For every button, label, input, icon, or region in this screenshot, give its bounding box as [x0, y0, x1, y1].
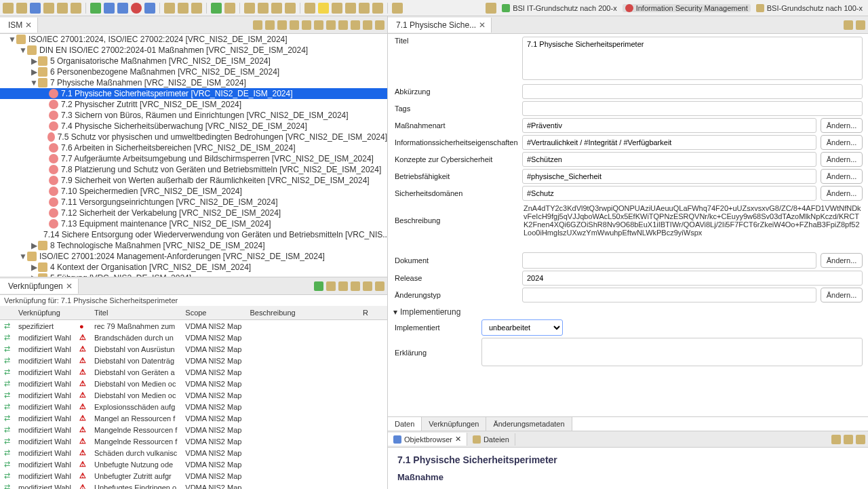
- table-row[interactable]: ⇄modifiziert Wahl⚠Mangel an Ressourcen f…: [0, 412, 387, 424]
- tab-aenderungsmetadaten[interactable]: Änderungsmetadaten: [486, 417, 572, 431]
- tree-view[interactable]: ▼ISO/IEC 27001:2024, ISO/IEC 27002:2024 …: [0, 34, 387, 277]
- tab-objektbrowser[interactable]: Objektbrowser ✕: [388, 433, 467, 446]
- col-header[interactable]: [0, 306, 14, 320]
- table-row[interactable]: ⇄modifiziert Wahl⚠Mangelnde Ressourcen f…: [0, 435, 387, 447]
- expand-icon[interactable]: ▼: [8, 35, 16, 44]
- table-row[interactable]: ⇄modifiziert Wahl⚠Diebstahl von Ausrüstu…: [0, 343, 387, 355]
- toolbar-icon[interactable]: [285, 3, 296, 14]
- toolbar-icon[interactable]: [3, 3, 14, 14]
- toolbar-icon[interactable]: [831, 435, 841, 444]
- input-rel[interactable]: [522, 271, 863, 286]
- tab-dateien[interactable]: Dateien: [467, 433, 515, 446]
- save-icon[interactable]: [30, 3, 41, 14]
- tree-node[interactable]: 7.8 Platzierung und Schutz von Geräten u…: [0, 164, 387, 175]
- minimize-icon[interactable]: [363, 281, 372, 291]
- toolbar-icon[interactable]: [277, 20, 287, 30]
- expand-icon[interactable]: ▼: [19, 252, 27, 261]
- toolbar-icon[interactable]: [117, 3, 128, 14]
- tree-node[interactable]: 7.6 Arbeiten in Sicherheitsbereichen [VR…: [0, 142, 387, 153]
- toolbar-icon[interactable]: [351, 281, 360, 291]
- search-icon[interactable]: [372, 3, 383, 14]
- toolbar-icon[interactable]: [338, 20, 348, 30]
- tree-node[interactable]: 7.3 Sichern von Büros, Räumen und Einric…: [0, 110, 387, 121]
- tree-node[interactable]: ▶8 Technologische Maßnahmen [VRC_NIS2_DE…: [0, 240, 387, 251]
- table-row[interactable]: ⇄modifiziert Wahl⚠Brandschäden durch unV…: [0, 332, 387, 343]
- table-row[interactable]: ⇄modifiziert Wahl⚠Diebstahl von Geräten …: [0, 366, 387, 378]
- tree-node[interactable]: ▶5 Organisatorische Maßnahmen [VRC_NIS2_…: [0, 56, 387, 66]
- tab-verknuepfungen[interactable]: Verknüpfungen: [422, 417, 486, 431]
- maximize-icon[interactable]: [856, 435, 865, 444]
- tree-node[interactable]: ▼ISO/IEC 27001:2024 Management-Anforderu…: [0, 251, 387, 262]
- tree-node[interactable]: 7.5 Schutz vor physischen und umweltbedi…: [0, 132, 387, 142]
- toolbar-icon[interactable]: [224, 3, 235, 14]
- table-row[interactable]: ⇄modifiziert Wahl⚠Diebstahl von Medien o…: [0, 378, 387, 389]
- table-row[interactable]: ⇄modifiziert Wahl⚠Mangelnde Ressourcen f…: [0, 424, 387, 435]
- link-icon[interactable]: [345, 3, 356, 14]
- col-header[interactable]: [75, 306, 90, 320]
- toolbar-icon[interactable]: [392, 3, 403, 14]
- col-header[interactable]: Titel: [90, 306, 181, 320]
- table-row[interactable]: ⇄spezifiziert●rec 79 Maßnahmen zumVDMA N…: [0, 320, 387, 332]
- tab-daten[interactable]: Daten: [388, 417, 422, 431]
- table-row[interactable]: ⇄modifiziert Wahl⚠Schäden durch vulkanis…: [0, 447, 387, 458]
- close-icon[interactable]: ✕: [66, 281, 73, 291]
- expand-icon[interactable]: ▶: [30, 241, 38, 250]
- print-icon[interactable]: [71, 3, 81, 14]
- toolbar-icon[interactable]: [304, 3, 315, 14]
- toolbar-icon[interactable]: [191, 3, 202, 14]
- col-header[interactable]: Beschreibung: [245, 306, 359, 320]
- input-chg[interactable]: [522, 288, 816, 302]
- close-icon[interactable]: ✕: [25, 20, 32, 30]
- tree-node[interactable]: 7.10 Speichermedien [VRC_NIS2_DE_ISM_202…: [0, 186, 387, 197]
- tree-node[interactable]: ▶6 Personenbezogene Maßnahmen [VRC_NIS2_…: [0, 66, 387, 77]
- section-impl[interactable]: ▾ Implementierung: [393, 305, 863, 319]
- toolbar-icon[interactable]: [57, 3, 68, 14]
- minimize-icon[interactable]: [844, 20, 853, 30]
- col-header[interactable]: Verknüpfung: [14, 306, 75, 320]
- toolbar-icon[interactable]: [326, 281, 336, 291]
- tree-node[interactable]: 7.4 Physische Sicherheitsüberwachung [VR…: [0, 121, 387, 132]
- expand-icon[interactable]: ▶: [30, 262, 38, 272]
- toolbar-icon[interactable]: [258, 3, 269, 14]
- input-erkl[interactable]: [481, 338, 863, 366]
- input-titel[interactable]: 7.1 Physische Sicherheitsperimeter: [522, 37, 863, 80]
- toolbar-icon[interactable]: [178, 3, 189, 14]
- toolbar-icon[interactable]: [290, 20, 299, 30]
- expand-icon[interactable]: ▶: [30, 67, 38, 77]
- tab-links[interactable]: Verknüpfungen ✕: [0, 279, 79, 294]
- table-row[interactable]: ⇄modifiziert Wahl⚠Diebstahl von Datenträ…: [0, 355, 387, 366]
- change-button[interactable]: Ändern...: [821, 169, 863, 184]
- table-row[interactable]: ⇄modifiziert Wahl⚠Unbefugtes Eindringen …: [0, 482, 387, 489]
- tree-node[interactable]: ▼7 Physische Maßnahmen [VRC_NIS2_DE_ISM_…: [0, 77, 387, 88]
- maximize-icon[interactable]: [375, 281, 384, 291]
- tree-node[interactable]: 7.9 Sicherheit von Werten außerhalb der …: [0, 175, 387, 186]
- toolbar-icon[interactable]: [271, 3, 282, 14]
- tree-node[interactable]: 7.12 Sicherheit der Verkabelung [VRC_NIS…: [0, 208, 387, 218]
- tree-node[interactable]: ▼ISO/IEC 27001:2024, ISO/IEC 27002:2024 …: [0, 34, 387, 45]
- tree-node[interactable]: ▶4 Kontext der Organisation [VRC_NIS2_DE…: [0, 262, 387, 273]
- minimize-icon[interactable]: [844, 435, 853, 444]
- perspective-icon[interactable]: [486, 3, 496, 14]
- profile-bsi-200x[interactable]: BSI IT-Grundschutz nach 200-x: [499, 4, 619, 12]
- toolbar-icon[interactable]: [164, 3, 175, 14]
- refresh-icon[interactable]: [90, 3, 101, 14]
- maximize-icon[interactable]: [856, 20, 865, 30]
- select-impl[interactable]: unbearbeitet: [481, 319, 563, 336]
- input-dom[interactable]: [522, 186, 816, 201]
- toolbar-icon[interactable]: [144, 3, 155, 14]
- toolbar-icon[interactable]: [16, 3, 27, 14]
- minimize-icon[interactable]: [363, 20, 372, 30]
- toolbar-icon[interactable]: [326, 20, 336, 30]
- table-row[interactable]: ⇄modifiziert Wahl⚠Diebstahl von Medien o…: [0, 389, 387, 401]
- toolbar-icon[interactable]: [359, 3, 370, 14]
- close-icon[interactable]: ✕: [455, 435, 461, 444]
- table-row[interactable]: ⇄modifiziert Wahl⚠Explosionsschäden aufg…: [0, 401, 387, 412]
- toolbar-icon[interactable]: [338, 281, 348, 291]
- toolbar-icon[interactable]: [314, 281, 323, 291]
- toolbar-icon[interactable]: [265, 20, 275, 30]
- tree-node[interactable]: 7.11 Versorgungseinrichtungen [VRC_NIS2_…: [0, 197, 387, 208]
- table-row[interactable]: ⇄modifiziert Wahl⚠Unbefugte Nutzung odeV…: [0, 458, 387, 470]
- change-button[interactable]: Ändern...: [821, 186, 863, 201]
- close-icon[interactable]: ✕: [479, 20, 486, 30]
- col-header[interactable]: R: [359, 306, 387, 320]
